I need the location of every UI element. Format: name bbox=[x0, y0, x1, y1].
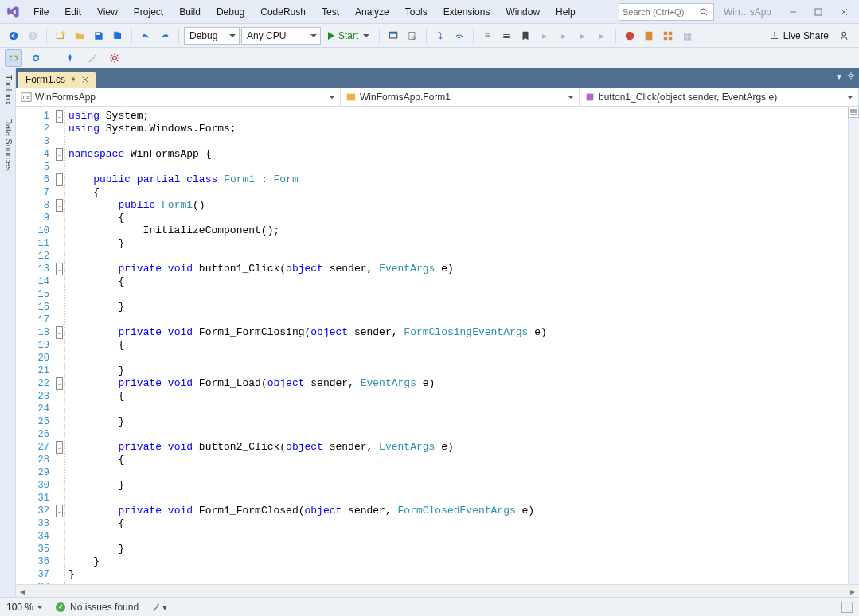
undo-button[interactable] bbox=[137, 27, 154, 45]
find-in-files-button[interactable] bbox=[404, 27, 421, 45]
live-share-button[interactable]: Live Share bbox=[763, 30, 835, 41]
ok-icon: ✓ bbox=[56, 602, 65, 612]
side-tab-toolbox[interactable]: Toolbox bbox=[0, 68, 15, 111]
start-debug-button[interactable]: Start bbox=[322, 27, 374, 45]
svg-point-9 bbox=[61, 31, 65, 35]
menu-help[interactable]: Help bbox=[548, 3, 584, 21]
zoom-dropdown[interactable]: 100 % bbox=[6, 602, 43, 613]
nav-member-dropdown[interactable]: button1_Click(object sender, EventArgs e… bbox=[580, 88, 859, 106]
window-layout-icon[interactable] bbox=[841, 602, 853, 613]
save-all-button[interactable] bbox=[109, 27, 127, 45]
vs-logo-icon bbox=[5, 4, 21, 20]
tb-btn-2[interactable]: ▸ bbox=[555, 27, 572, 45]
tabstrip-settings-icon[interactable] bbox=[846, 71, 856, 80]
save-button[interactable] bbox=[90, 27, 107, 45]
tb-doc-button[interactable] bbox=[640, 27, 658, 45]
minimize-button[interactable] bbox=[781, 3, 805, 21]
solution-platform-dropdown[interactable]: Any CPU bbox=[241, 27, 321, 45]
search-input[interactable] bbox=[623, 7, 699, 17]
outlining-gutter[interactable]: --------- bbox=[54, 107, 65, 584]
tb-grid-button[interactable] bbox=[659, 27, 677, 45]
method-icon bbox=[584, 92, 595, 103]
redo-button[interactable] bbox=[156, 27, 174, 45]
menubar: FileEditViewProjectBuildDebugCodeRushTes… bbox=[0, 0, 859, 24]
fold-toggle[interactable]: - bbox=[56, 505, 63, 517]
nav-forward-button[interactable] bbox=[24, 27, 41, 45]
tb-btn-1[interactable]: ▸ bbox=[536, 27, 553, 45]
fold-toggle[interactable]: - bbox=[56, 148, 63, 161]
cr-wand-button[interactable] bbox=[84, 49, 101, 67]
menu-edit[interactable]: Edit bbox=[57, 3, 89, 21]
pin-icon[interactable] bbox=[70, 76, 76, 83]
quick-launch-search[interactable] bbox=[619, 3, 714, 21]
step-into-button[interactable]: ⤵ bbox=[431, 27, 449, 45]
menu-build[interactable]: Build bbox=[171, 3, 209, 21]
nav-class-dropdown[interactable]: WinFormsApp.Form1 bbox=[341, 88, 580, 106]
code-cleanup-button[interactable]: ▾ bbox=[151, 602, 167, 613]
menu-extensions[interactable]: Extensions bbox=[435, 3, 498, 21]
overview-margin[interactable] bbox=[848, 107, 859, 584]
close-tab-icon[interactable] bbox=[81, 76, 89, 84]
solution-config-dropdown[interactable]: Debug bbox=[184, 27, 240, 45]
uncomment-button[interactable]: ≣ bbox=[498, 27, 515, 45]
nav-project-dropdown[interactable]: C# WinFormsApp bbox=[16, 88, 341, 106]
svg-line-1 bbox=[705, 13, 707, 15]
scroll-left-icon[interactable]: ◂ bbox=[16, 585, 29, 598]
close-button[interactable] bbox=[832, 3, 856, 21]
fold-toggle[interactable]: - bbox=[56, 199, 63, 212]
menu-window[interactable]: Window bbox=[498, 3, 548, 21]
cr-gear-button[interactable] bbox=[106, 49, 123, 67]
fold-toggle[interactable]: - bbox=[56, 263, 63, 275]
menu-analyze[interactable]: Analyze bbox=[347, 3, 397, 21]
feedback-button[interactable] bbox=[837, 27, 854, 45]
horizontal-scrollbar[interactable]: ◂ ▸ bbox=[16, 584, 859, 597]
bookmark-button[interactable] bbox=[517, 27, 534, 45]
code-editor[interactable]: 1234567891011121314151617181920212223242… bbox=[16, 107, 859, 584]
fold-toggle[interactable]: - bbox=[56, 173, 63, 186]
tb-btn-4[interactable]: ▸ bbox=[593, 27, 611, 45]
menu-file[interactable]: File bbox=[25, 3, 57, 21]
breakpoint-button[interactable] bbox=[621, 27, 638, 45]
menu-coderush[interactable]: CodeRush bbox=[252, 3, 314, 21]
step-over-button[interactable]: ⤼ bbox=[451, 27, 468, 45]
side-tab-datasources[interactable]: Data Sources bbox=[0, 111, 15, 177]
new-project-button[interactable] bbox=[52, 27, 69, 45]
error-list-status[interactable]: ✓ No issues found bbox=[56, 602, 139, 613]
menu-test[interactable]: Test bbox=[314, 3, 347, 21]
fold-toggle[interactable]: - bbox=[56, 377, 63, 390]
cr-link-button[interactable] bbox=[5, 49, 22, 67]
standard-toolbar: Debug Any CPU Start ⤵ ⤼ ≡ ≣ ▸ ▸ ▸ ▸ ▦ Li… bbox=[0, 24, 859, 48]
menu-view[interactable]: View bbox=[89, 3, 126, 21]
svg-rect-30 bbox=[587, 93, 594, 100]
menu-debug[interactable]: Debug bbox=[209, 3, 252, 21]
nav-back-button[interactable] bbox=[5, 27, 22, 45]
menu-project[interactable]: Project bbox=[126, 3, 171, 21]
svg-point-21 bbox=[842, 32, 846, 36]
brush-icon bbox=[151, 602, 161, 612]
cr-refresh-button[interactable] bbox=[27, 49, 45, 67]
live-share-label: Live Share bbox=[783, 30, 829, 41]
browser-link-button[interactable] bbox=[385, 27, 402, 45]
menu-tools[interactable]: Tools bbox=[397, 3, 435, 21]
svg-point-15 bbox=[626, 31, 634, 40]
fold-toggle[interactable]: - bbox=[56, 110, 63, 123]
svg-point-14 bbox=[413, 36, 416, 39]
line-number-gutter: 1234567891011121314151617181920212223242… bbox=[16, 107, 54, 584]
cr-nav-button[interactable] bbox=[61, 49, 79, 67]
svg-rect-16 bbox=[646, 31, 653, 40]
code-content[interactable]: using System;using System.Windows.Forms;… bbox=[65, 107, 859, 584]
svg-rect-3 bbox=[815, 9, 822, 15]
tb-btn-3[interactable]: ▸ bbox=[574, 27, 592, 45]
svg-point-22 bbox=[94, 54, 96, 56]
tb-ext-button[interactable]: ▦ bbox=[678, 27, 696, 45]
document-tab-active[interactable]: Form1.cs bbox=[18, 72, 96, 88]
issues-label: No issues found bbox=[70, 602, 139, 613]
fold-toggle[interactable]: - bbox=[56, 441, 63, 454]
split-editor-icon[interactable] bbox=[848, 107, 859, 118]
maximize-button[interactable] bbox=[806, 3, 830, 21]
scroll-right-icon[interactable]: ▸ bbox=[846, 585, 859, 598]
comment-button[interactable]: ≡ bbox=[478, 27, 496, 45]
open-file-button[interactable] bbox=[71, 27, 88, 45]
tabstrip-dropdown-icon[interactable]: ▾ bbox=[837, 71, 841, 82]
fold-toggle[interactable]: - bbox=[56, 326, 63, 339]
